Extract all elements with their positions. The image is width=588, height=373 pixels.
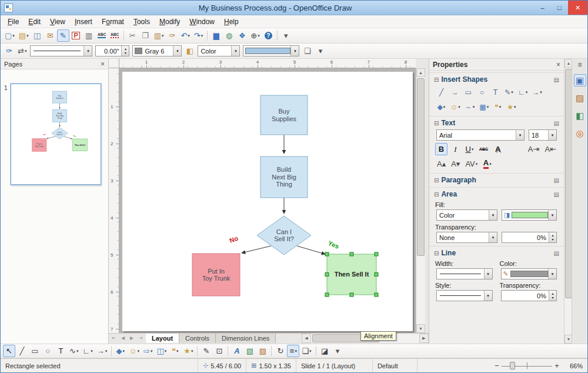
- collapse-icon[interactable]: ⊟: [434, 191, 439, 198]
- spinner-arrows-icon[interactable]: ▴▾: [121, 46, 129, 56]
- selection-handle[interactable]: [325, 293, 329, 297]
- menu-format[interactable]: Format: [97, 16, 129, 28]
- menu-view[interactable]: View: [45, 16, 70, 28]
- cut-icon[interactable]: ✂: [126, 29, 139, 42]
- italic-icon[interactable]: I: [449, 143, 462, 155]
- zoom-percent[interactable]: 66%: [562, 359, 587, 372]
- selection-handle[interactable]: [375, 252, 378, 256]
- scroll-right-icon[interactable]: ▶: [419, 334, 429, 343]
- block-arrows-icon[interactable]: ⇨▾: [142, 345, 154, 357]
- flow-connector[interactable]: [47, 136, 56, 139]
- panel-menu-icon[interactable]: ▤: [554, 120, 559, 126]
- font-color-icon[interactable]: A▾: [481, 158, 493, 170]
- symbol-shapes-icon[interactable]: ☺▾: [449, 101, 462, 113]
- selection-handle[interactable]: [375, 293, 378, 297]
- extrusion-icon[interactable]: ◪: [319, 345, 331, 357]
- print-icon[interactable]: ▥: [83, 29, 95, 42]
- strikethrough-icon[interactable]: ABC: [477, 143, 490, 155]
- shadow-text-icon[interactable]: A: [492, 143, 504, 155]
- fill-color-select[interactable]: ◨ ▾: [502, 209, 557, 221]
- close-button[interactable]: ✕: [568, 1, 587, 15]
- sidebar-tab-gallery-icon[interactable]: ▨: [574, 92, 586, 104]
- minimize-button[interactable]: –: [534, 1, 551, 15]
- stars-icon[interactable]: ★▾: [182, 345, 195, 357]
- line-transparency-spinner[interactable]: 0% ▴▾: [501, 290, 557, 301]
- basic-shapes-icon[interactable]: ◆▾: [114, 345, 126, 357]
- vertical-ruler[interactable]: 1234567: [109, 68, 119, 333]
- insert-line-icon[interactable]: ╱: [435, 86, 447, 98]
- scroll-down-icon[interactable]: ▼: [416, 324, 425, 333]
- increase-font-icon[interactable]: A▴: [435, 158, 447, 170]
- fontwork-icon[interactable]: A: [230, 345, 243, 357]
- decrease-font-icon[interactable]: A▾: [449, 158, 462, 170]
- menu-tools[interactable]: Tools: [129, 16, 155, 28]
- line-style-select[interactable]: ▾: [30, 45, 92, 56]
- drawing-viewport[interactable]: BuySuppliesBuildNext BigThingCan ISell I…: [119, 68, 416, 333]
- hyperlink-icon[interactable]: ◍: [223, 29, 235, 42]
- transparency-type-select[interactable]: None ▾: [436, 232, 497, 243]
- sidebar-tab-properties-icon[interactable]: ▣: [574, 74, 586, 86]
- close-icon[interactable]: ×: [556, 61, 560, 69]
- insert-arrow-icon[interactable]: →: [449, 86, 461, 98]
- panel-menu-icon[interactable]: ▤: [554, 177, 559, 184]
- selection-handle[interactable]: [325, 252, 329, 256]
- alignment-icon[interactable]: ≡▾: [287, 345, 299, 357]
- paste-icon[interactable]: ▥▾: [152, 29, 166, 42]
- email-icon[interactable]: ✉: [44, 29, 56, 42]
- flow-node-buy[interactable]: BuySupplies: [260, 95, 308, 135]
- zoom-slider[interactable]: [502, 359, 552, 372]
- close-icon[interactable]: ×: [101, 60, 105, 68]
- redo-icon[interactable]: ↷▾: [192, 29, 205, 42]
- sidebar-tab-navigator-icon[interactable]: ◎: [574, 127, 586, 139]
- line-width-spinner[interactable]: 0.00" ▴▾: [95, 45, 129, 56]
- edit-points-icon[interactable]: ✎: [200, 345, 212, 357]
- sidebar-tab-styles-icon[interactable]: ◧: [574, 109, 586, 122]
- panel-menu-icon[interactable]: ▤: [554, 191, 559, 198]
- drawing-page[interactable]: BuySuppliesBuildNext BigThingCan ISell I…: [122, 72, 413, 331]
- flow-node-build[interactable]: BuildNext BigThing: [53, 109, 67, 122]
- previous-page-icon[interactable]: ◀: [119, 334, 127, 342]
- spellcheck-icon[interactable]: ABC: [96, 29, 108, 42]
- flow-node-decision[interactable]: Can ISell It?: [52, 128, 68, 139]
- glue-points-icon[interactable]: ⊡: [213, 345, 225, 357]
- callouts-icon[interactable]: ❝▾: [492, 101, 504, 113]
- flowchart-icon[interactable]: ▦▾: [477, 101, 490, 113]
- help-icon[interactable]: ?: [262, 29, 275, 42]
- edit-file-icon[interactable]: ✎: [57, 29, 69, 42]
- scroll-left-icon[interactable]: ◀: [302, 334, 311, 343]
- scroll-up-icon[interactable]: ▲: [416, 68, 425, 77]
- panel-menu-icon[interactable]: ▤: [554, 76, 559, 83]
- line-icon[interactable]: ╱: [16, 345, 28, 357]
- flow-connector[interactable]: [64, 136, 72, 139]
- section-insert-shapes[interactable]: ⊟ Insert Shapes ▤: [429, 72, 564, 85]
- flow-connector[interactable]: [242, 246, 271, 253]
- spinner-arrows-icon[interactable]: ▴▾: [549, 291, 556, 301]
- line-panel-color-select[interactable]: ✎ ▾: [501, 268, 557, 279]
- vertical-scroll-track[interactable]: [416, 77, 425, 324]
- menu-insert[interactable]: Insert: [70, 16, 97, 28]
- text-icon[interactable]: T: [55, 345, 67, 357]
- insert-ellipse-icon[interactable]: ○: [476, 86, 488, 98]
- flow-node-sellit[interactable]: Then Sell It: [325, 252, 378, 297]
- menu-file[interactable]: File: [3, 16, 24, 28]
- flow-node-decision[interactable]: Can ISell It?: [257, 216, 311, 255]
- shadow-icon[interactable]: ❏: [301, 45, 313, 57]
- ellipse-icon[interactable]: ○: [42, 345, 54, 357]
- tab-controls[interactable]: Controls: [179, 334, 216, 343]
- line-style-panel-select[interactable]: ▾: [436, 290, 493, 301]
- insert-lines-arrows-icon[interactable]: →▾: [530, 86, 544, 98]
- flow-node-trunk[interactable]: Put InToy Trunk: [192, 254, 240, 296]
- collapse-icon[interactable]: ⊟: [434, 120, 439, 126]
- new-document-icon[interactable]: ▢▾: [3, 29, 16, 42]
- arrow-style-icon[interactable]: ⇄▾: [16, 45, 28, 57]
- autospellcheck-icon[interactable]: ABC: [109, 29, 121, 42]
- sidebar-menu-icon[interactable]: ≡: [577, 61, 582, 69]
- spinner-arrows-icon[interactable]: ▴▾: [549, 232, 556, 242]
- page-style[interactable]: Default: [373, 359, 417, 372]
- last-page-icon[interactable]: ⇥: [136, 334, 145, 342]
- callouts-icon[interactable]: ❝▾: [169, 345, 181, 357]
- font-name-select[interactable]: Arial ▾: [436, 129, 524, 141]
- increase-spacing-icon[interactable]: A⇥: [526, 143, 542, 155]
- page-thumbnail[interactable]: BuySuppliesBuildNext BigThingCan ISell I…: [11, 84, 101, 185]
- flow-node-buy[interactable]: BuySupplies: [53, 91, 67, 103]
